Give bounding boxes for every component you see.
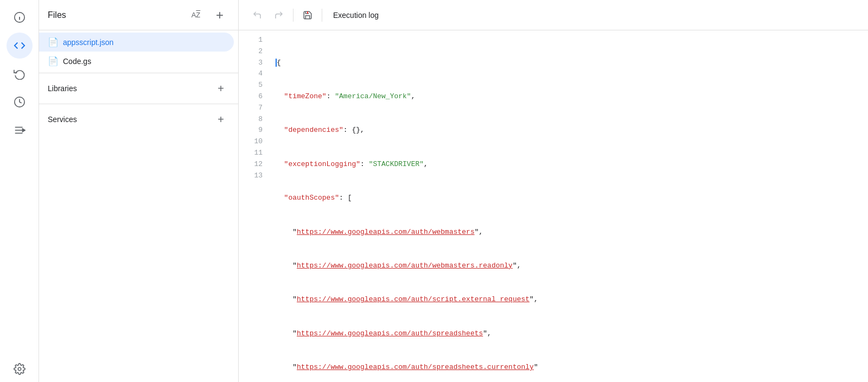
code-line-5: "oauthScopes": [ — [276, 193, 868, 204]
sidebar-header: Files AZ + — [39, 0, 238, 30]
ln-7: 7 — [247, 103, 263, 114]
ln-3: 3 — [247, 58, 263, 69]
code-line-2: "timeZone": "America/New_York", — [276, 91, 868, 103]
ln-6: 6 — [247, 91, 263, 103]
plus-icon: + — [216, 8, 224, 23]
code-line-10: "https://www.googleapis.com/auth/spreads… — [276, 362, 868, 373]
file-icon: 📄 — [48, 56, 59, 66]
add-file-button[interactable]: + — [210, 5, 229, 25]
add-service-button[interactable]: + — [212, 111, 229, 128]
save-icon — [303, 10, 312, 20]
nav-item-settings[interactable] — [7, 356, 33, 382]
file-item-code[interactable]: 📄 Code.gs — [39, 52, 234, 71]
code-line-9: "https://www.googleapis.com/auth/spreads… — [276, 328, 868, 340]
line-numbers: 1 2 3 4 5 6 7 8 9 10 11 12 13 — [239, 35, 271, 378]
svg-point-8 — [18, 367, 21, 371]
ln-13: 13 — [247, 170, 263, 182]
services-section[interactable]: Services + — [39, 104, 238, 135]
execution-log-button[interactable]: Execution log — [327, 11, 385, 20]
nav-item-triggers[interactable] — [7, 89, 33, 115]
code-line-7: "https://www.googleapis.com/auth/webmast… — [276, 260, 868, 272]
sidebar: Files AZ + 📄 appsscript.json 📄 Code.gs L… — [39, 0, 239, 382]
file-icon: 📄 — [48, 37, 59, 47]
add-library-button[interactable]: + — [212, 80, 229, 97]
code-line-3: "dependencies": {}, — [276, 125, 868, 136]
ln-5: 5 — [247, 80, 263, 91]
nav-item-history[interactable] — [7, 61, 33, 87]
nav-item-executions[interactable] — [7, 117, 33, 143]
nav-item-info[interactable] — [7, 4, 33, 30]
sort-icon: AZ — [192, 11, 201, 19]
undo-icon — [252, 10, 262, 20]
services-label: Services — [48, 115, 77, 124]
ln-4: 4 — [247, 68, 263, 80]
ln-9: 9 — [247, 125, 263, 136]
code-line-8: "https://www.googleapis.com/auth/script.… — [276, 294, 868, 305]
toolbar-divider-2 — [322, 9, 322, 22]
redo-icon — [274, 10, 284, 20]
editor-area: Execution log 1 2 3 4 5 6 7 8 9 10 11 12… — [239, 0, 868, 382]
ln-1: 1 — [247, 35, 263, 46]
nav-item-code[interactable] — [7, 33, 33, 59]
file-list: 📄 appsscript.json 📄 Code.gs — [39, 30, 238, 73]
svg-marker-7 — [22, 129, 25, 132]
code-content: { "timeZone": "America/New_York", "depen… — [271, 35, 868, 378]
ln-8: 8 — [247, 114, 263, 125]
code-line-4: "exceptionLogging": "STACKDRIVER", — [276, 159, 868, 170]
file-item-appsscript[interactable]: 📄 appsscript.json — [39, 33, 234, 52]
ln-2: 2 — [247, 46, 263, 58]
editor-toolbar: Execution log — [239, 0, 868, 30]
sidebar-header-actions: AZ + — [186, 5, 229, 25]
icon-nav — [0, 0, 39, 382]
ln-10: 10 — [247, 136, 263, 148]
redo-button[interactable] — [269, 5, 289, 25]
code-line-6: "https://www.googleapis.com/auth/webmast… — [276, 227, 868, 238]
code-line-1: { — [276, 58, 868, 69]
ln-11: 11 — [247, 148, 263, 159]
libraries-section[interactable]: Libraries + — [39, 73, 238, 104]
save-button[interactable] — [298, 5, 317, 25]
undo-button[interactable] — [247, 5, 267, 25]
sidebar-title: Files — [48, 10, 66, 20]
libraries-label: Libraries — [48, 84, 77, 93]
toolbar-divider-1 — [293, 9, 293, 22]
file-name: appsscript.json — [63, 38, 113, 47]
file-name: Code.gs — [63, 57, 91, 66]
code-editor[interactable]: 1 2 3 4 5 6 7 8 9 10 11 12 13 { "timeZon… — [239, 30, 868, 382]
ln-12: 12 — [247, 159, 263, 170]
sort-button[interactable]: AZ — [186, 5, 206, 25]
